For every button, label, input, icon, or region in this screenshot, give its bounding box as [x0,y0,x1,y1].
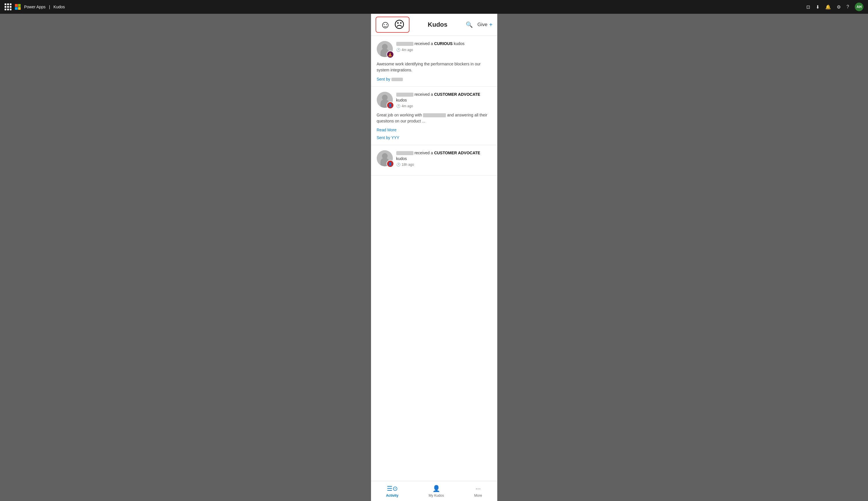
kudos-suffix: kudos [454,41,464,46]
kudos-app-panel: ☺ ☹ Kudos 🔍 Give + � [371,14,497,501]
module-name: Kudos [53,4,65,9]
recipient-name-blurred [396,42,414,46]
my-kudos-label: My Kudos [429,493,444,498]
activity-icon: ☰⊙ [387,485,398,492]
read-more-link[interactable]: Read More [377,128,492,132]
kudos-type: CUSTOMER ADVOCATE [434,92,480,97]
happy-face-icon[interactable]: ☺ [380,20,391,30]
kudos-badge-icon: 👤 [387,102,394,109]
bottom-nav-item-activity[interactable]: ☰⊙ Activity [380,483,404,500]
feed-item: 🧘 received a CURIOUS kudos 🕐 4m ago [371,36,497,87]
share-icon[interactable]: ⊡ [806,4,810,10]
time-ago: 4m ago [402,48,413,52]
kudos-suffix: kudos [396,156,407,161]
give-kudos-button[interactable]: Give + [478,22,493,28]
received-text: received a [414,41,434,46]
plus-icon: + [489,22,493,28]
feed-item-title: received a CURIOUS kudos [396,41,492,47]
mentioned-name-blurred [423,113,446,117]
my-kudos-icon: 👤 [432,485,440,492]
kudos-type: CUSTOMER ADVOCATE [434,151,480,155]
sender-name: YYY [391,135,399,140]
clock-icon: 🕐 [396,104,400,108]
notification-bell-icon[interactable]: 🔔 [825,4,831,10]
received-text: received a [414,151,434,155]
kudos-type: CURIOUS [434,41,453,46]
time-ago: 18h ago [402,163,414,167]
feed-item-info: received a CURIOUS kudos 🕐 4m ago [396,41,492,52]
bottom-nav-item-more[interactable]: ··· More [469,483,488,500]
search-button[interactable]: 🔍 [466,21,473,28]
feed-item-body: Great job on working with and answering … [377,112,492,124]
feed-item-body: Awesome work identifying the performance… [377,61,492,73]
settings-gear-icon[interactable]: ⚙ [837,4,841,10]
feed-item-header: 👤 received a CUSTOMER ADVOCATE kudos 🕐 1… [377,150,492,167]
received-text: received a [414,92,434,97]
top-navigation: Power Apps | Kudos ⊡ ⬇ 🔔 ⚙ ? AH [0,0,868,14]
clock-icon: 🕐 [396,48,400,52]
avatar-container: 👤 [377,150,393,166]
download-icon[interactable]: ⬇ [816,4,819,10]
panel-title: Kudos [414,21,461,29]
kudos-feed: 🧘 received a CURIOUS kudos 🕐 4m ago [371,36,497,481]
nav-right-section: ⊡ ⬇ 🔔 ⚙ ? AH [806,3,864,11]
kudos-suffix: kudos [396,98,407,103]
microsoft-logo-icon [15,4,21,10]
sent-by-label: Sent by [377,77,391,82]
nav-left-section: Power Apps | Kudos [4,3,65,10]
more-icon: ··· [475,485,481,492]
app-name: Power Apps [24,4,46,9]
give-label: Give [478,22,488,28]
sent-by-label: Sent by [377,135,391,140]
feed-item-info: received a CUSTOMER ADVOCATE kudos 🕐 4m … [396,92,492,108]
kudos-badge-icon: 🧘 [387,51,394,58]
feed-item-title: received a CUSTOMER ADVOCATE kudos [396,150,492,161]
clock-icon: 🕐 [396,163,400,167]
feed-item: 👤 received a CUSTOMER ADVOCATE kudos 🕐 1… [371,145,497,175]
sender-name-blurred [391,78,403,81]
activity-label: Activity [386,493,398,498]
more-label: More [474,493,482,498]
sent-by-section: Sent by [377,77,492,82]
recipient-name-blurred [396,93,414,97]
time-label: 🕐 4m ago [396,104,492,108]
feed-item-title: received a CUSTOMER ADVOCATE kudos [396,92,492,103]
feed-item-header: 👤 received a CUSTOMER ADVOCATE kudos 🕐 4… [377,92,492,108]
time-label: 🕐 4m ago [396,48,492,52]
panel-header: ☺ ☹ Kudos 🔍 Give + [371,14,497,36]
bottom-nav-item-my-kudos[interactable]: 👤 My Kudos [423,483,450,500]
waffle-menu-icon[interactable] [4,3,11,10]
nav-separator: | [49,4,50,9]
bottom-navigation: ☰⊙ Activity 👤 My Kudos ··· More [371,481,497,501]
time-ago: 4m ago [402,104,413,108]
feed-item-header: 🧘 received a CURIOUS kudos 🕐 4m ago [377,41,492,57]
kudos-badge-icon: 👤 [387,160,394,168]
recipient-name-blurred [396,151,414,155]
avatar-container: 👤 [377,92,393,108]
help-question-icon[interactable]: ? [846,4,849,10]
avatar-container: 🧘 [377,41,393,57]
sad-face-icon[interactable]: ☹ [394,20,405,30]
time-label: 🕐 18h ago [396,163,492,167]
feed-item-info: received a CUSTOMER ADVOCATE kudos 🕐 18h… [396,150,492,167]
sent-by-section: Sent by YYY [377,135,492,140]
emoji-selector-box[interactable]: ☺ ☹ [376,17,410,33]
feed-item: 👤 received a CUSTOMER ADVOCATE kudos 🕐 4… [371,87,497,145]
user-avatar[interactable]: AH [855,3,864,11]
